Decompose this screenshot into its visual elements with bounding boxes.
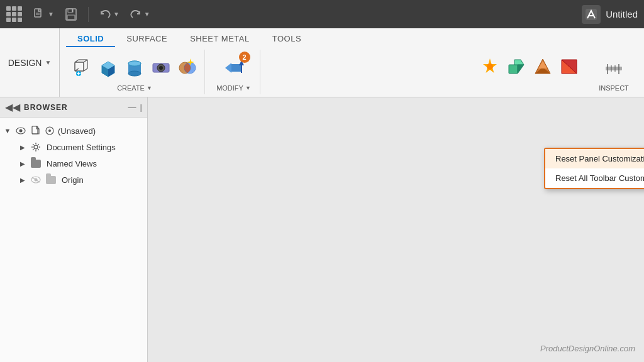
doc-settings-gear-icon [30,141,42,153]
app-logo [582,5,601,24]
svg-rect-6 [72,9,73,12]
origin-folder-icon [45,174,57,185]
svg-point-56 [34,145,38,149]
named-views-folder-icon [30,158,42,169]
svg-point-55 [48,129,51,132]
browser-tree: ▼ [0,118,147,362]
inspect-label: INSPECT [599,84,629,92]
svg-point-52 [19,129,23,133]
file-button[interactable]: ▼ [30,6,57,23]
tab-sheet-metal[interactable]: SHEET METAL [179,31,261,47]
tab-solid[interactable]: SOLID [66,31,115,47]
hole-icon[interactable] [149,56,173,80]
undo-button[interactable]: ▼ [96,7,122,22]
inspect-group-label: INSPECT [599,84,629,92]
ribbon-tabs: SOLID SURFACE SHEET METAL TOOLS [60,28,644,47]
svg-rect-53 [32,126,38,134]
svg-point-26 [128,61,141,66]
svg-rect-38 [509,65,518,74]
origin-label: Origin [62,175,84,185]
named-views-expand-icon[interactable] [18,158,28,168]
root-target-icon [44,125,55,136]
design-chevron-icon: ▼ [45,59,51,66]
main-area: ◀◀ BROWSER — | ▼ [0,97,644,362]
svg-rect-5 [67,15,75,19]
new-component-icon[interactable] [70,56,94,80]
reset-all-toolbar-item[interactable]: Reset All Toolbar Customization [545,168,644,188]
svg-marker-40 [518,65,524,74]
tree-item-named-views[interactable]: Named Views [0,155,147,172]
doc-settings-expand-icon[interactable] [18,142,28,152]
cylinder-icon[interactable] [123,56,147,80]
modify-icons: 2 [219,52,249,83]
redo-dropdown-arrow: ▼ [144,11,150,18]
watermark: ProductDesignOnline.com [540,344,635,353]
top-bar-right: Untitled [582,5,638,24]
browser-title: BROWSER [24,103,125,112]
svg-point-25 [128,71,141,76]
star-tool-icon[interactable] [478,55,502,79]
modify-badge: 2 [239,52,250,63]
modify-label: MODIFY [216,84,243,92]
extra-tools-icons [478,52,581,80]
ribbon-main: SOLID SURFACE SHEET METAL TOOLS [60,28,644,97]
svg-marker-32 [225,63,231,73]
origin-eye-disabled-icon [30,174,42,185]
create-label: CREATE [117,84,145,92]
document-title: Untitled [606,9,638,19]
combine-icon[interactable] [175,56,199,80]
tab-surface[interactable]: SURFACE [115,31,179,47]
design-button[interactable]: DESIGN ▼ [0,28,60,97]
reset-panel-item[interactable]: Reset Panel Customization [545,149,644,168]
solid-box-icon[interactable] [96,56,120,80]
browser-header: ◀◀ BROWSER — | [0,97,147,118]
redo-button[interactable]: ▼ [127,7,153,22]
svg-line-11 [84,69,87,71]
svg-line-59 [32,177,40,182]
svg-point-29 [159,66,163,70]
measure-icon[interactable] [602,56,626,80]
doc-settings-label: Document Settings [47,143,116,152]
apps-icon[interactable] [6,6,22,22]
save-button[interactable] [62,6,80,23]
svg-point-37 [487,63,493,70]
root-expand-icon[interactable]: ▼ [3,126,13,136]
ribbon-content: CREATE ▼ 2 [60,47,644,97]
inspect-group: INSPECT [589,50,639,94]
browser-collapse-icon[interactable]: ◀◀ [5,101,20,113]
design-label: DESIGN [8,58,42,68]
create-group-label[interactable]: CREATE ▼ [117,84,152,92]
modify-group: 2 MODIFY ▼ [210,50,260,94]
tree-item-doc-settings[interactable]: Document Settings [0,139,147,155]
root-page-icon [30,125,42,136]
modify-dropdown-icon: ▼ [245,85,251,91]
ribbon: DESIGN ▼ SOLID SURFACE SHEET METAL TOOLS [0,28,644,97]
svg-marker-39 [514,60,524,65]
browser-pin-icon[interactable]: — [128,102,136,112]
ribbon-spacer [265,50,468,94]
tab-tools[interactable]: TOOLS [261,31,313,47]
inspect-icons [602,52,626,83]
origin-expand-icon[interactable] [18,175,28,185]
extra-tools-group [473,50,584,94]
svg-rect-46 [606,67,622,70]
modify-main-icon[interactable]: 2 [219,53,249,83]
browser-menu-icon[interactable]: | [140,102,142,112]
context-menu: Reset Panel Customization Reset All Tool… [544,148,644,189]
root-label: (Unsaved) [58,126,96,136]
mesh-tool-icon[interactable] [504,55,528,79]
create-group: CREATE ▼ [65,50,205,94]
toolbar-divider [88,7,89,22]
simulation-tool-icon[interactable] [557,55,581,79]
undo-dropdown-arrow: ▼ [113,11,119,18]
top-bar: ▼ ▼ ▼ [0,0,644,28]
canvas-area[interactable]: Reset Panel Customization Reset All Tool… [148,97,644,362]
tree-item-origin[interactable]: Origin [0,172,147,188]
root-eye-icon [15,125,26,136]
create-icons [70,52,199,83]
named-views-label: Named Views [47,159,97,168]
sculpt-tool-icon[interactable] [531,55,555,79]
tree-item-root[interactable]: ▼ [0,123,147,139]
browser-panel: ◀◀ BROWSER — | ▼ [0,97,148,362]
modify-group-label[interactable]: MODIFY ▼ [216,84,251,92]
